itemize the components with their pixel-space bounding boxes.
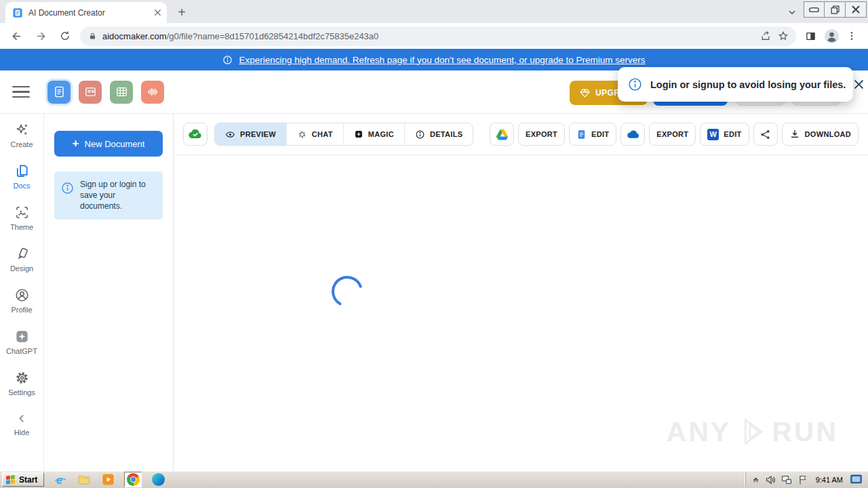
signup-note: Sign up or login to save your documents.	[54, 171, 163, 220]
file-explorer-folder-icon[interactable]	[77, 472, 92, 487]
rail-label: Settings	[8, 388, 35, 396]
hamburger-menu-icon[interactable]	[12, 86, 30, 98]
info-icon	[415, 129, 425, 140]
google-drive-button[interactable]	[490, 123, 514, 146]
volume-icon[interactable]	[765, 474, 776, 485]
rail-item-theme[interactable]: Theme	[0, 205, 43, 231]
bookmark-star-icon[interactable]	[777, 30, 789, 42]
view-tabs: PREVIEW CHAT MAGIC DETAILS	[214, 123, 473, 146]
new-document-label: New Document	[85, 139, 145, 149]
profile-avatar[interactable]	[824, 28, 840, 44]
audio-app-tile[interactable]	[141, 81, 164, 104]
left-rail: Create Docs Theme Design Profile ChatGPT	[0, 114, 44, 471]
browser-tab-strip: AI Document Creator +	[0, 0, 868, 23]
cloud-check-icon	[188, 127, 203, 142]
google-drive-icon	[495, 127, 509, 142]
banner-link[interactable]: Experiencing high demand. Refresh page i…	[239, 55, 645, 65]
rail-label: Profile	[11, 306, 32, 314]
login-toast: Login or signup to avoid losing your fil…	[618, 67, 853, 102]
rail-label: Create	[10, 140, 33, 148]
tab-label: DETAILS	[430, 130, 462, 138]
url-host: aidocmaker.com	[102, 31, 167, 41]
tab-details[interactable]: DETAILS	[404, 123, 473, 145]
anyrun-play-logo	[734, 414, 769, 449]
rail-item-profile[interactable]: Profile	[0, 287, 43, 314]
person-circle-icon	[14, 287, 30, 303]
clock[interactable]: 9:41 AM	[814, 476, 845, 484]
documents-icon	[14, 163, 30, 179]
new-document-button[interactable]: + New Document	[54, 131, 163, 157]
new-tab-button[interactable]: +	[172, 3, 191, 22]
tab-chat[interactable]: CHAT	[286, 123, 343, 145]
share-nodes-icon	[760, 129, 771, 140]
share-button[interactable]	[753, 123, 778, 146]
vm-screen: AI Document Creator +	[0, 0, 868, 488]
edge-taskbar-icon[interactable]	[151, 472, 165, 487]
browser-address-bar: aidocmaker.com/g0/file?name=8d15701d6285…	[0, 23, 868, 49]
export-label: EXPORT	[656, 130, 688, 138]
chatgpt-tile-icon	[14, 329, 30, 344]
rail-item-docs[interactable]: Docs	[0, 163, 43, 190]
eye-icon	[225, 129, 235, 140]
tab-label: PREVIEW	[240, 130, 276, 138]
forward-icon[interactable]	[31, 26, 50, 45]
onedrive-icon	[625, 127, 641, 142]
edit-label: EDIT	[591, 130, 609, 138]
side-panel-icon[interactable]	[804, 30, 817, 43]
google-docs-edit-button[interactable]: EDIT	[569, 123, 616, 146]
tables-app-tile[interactable]	[110, 81, 133, 104]
download-icon	[789, 129, 800, 140]
word-edit-button[interactable]: W EDIT	[700, 123, 749, 146]
url-omnibox[interactable]: aidocmaker.com/g0/file?name=8d15701d6285…	[80, 26, 796, 46]
openai-icon	[297, 129, 307, 140]
export-label: EXPORT	[526, 130, 557, 138]
share-icon[interactable]	[760, 30, 772, 42]
document-toolbar: PREVIEW CHAT MAGIC DETAILS	[174, 114, 868, 155]
toast-close-icon[interactable]	[854, 79, 864, 89]
network-icon[interactable]	[781, 474, 792, 485]
chrome-icon	[127, 473, 140, 486]
rail-item-hide[interactable]: Hide	[0, 411, 43, 436]
download-button[interactable]: DOWNLOAD	[782, 123, 859, 146]
browser-tab[interactable]: AI Document Creator	[5, 2, 167, 23]
kebab-menu-icon[interactable]	[846, 30, 857, 41]
slides-app-tile[interactable]	[79, 81, 102, 104]
documents-app-tile[interactable]	[47, 81, 71, 104]
refresh-icon[interactable]	[56, 26, 75, 45]
tab-favicon-document-icon	[12, 7, 23, 18]
show-desktop-icon[interactable]	[850, 474, 862, 485]
window-minimize-button[interactable]	[804, 1, 825, 18]
image-icon	[14, 205, 30, 220]
rail-item-design[interactable]: Design	[0, 246, 43, 272]
window-restore-button[interactable]	[825, 1, 846, 18]
window-close-button[interactable]	[846, 1, 867, 18]
tab-close-icon[interactable]	[154, 9, 161, 16]
rail-item-settings[interactable]: Settings	[0, 370, 43, 396]
tab-preview[interactable]: PREVIEW	[215, 123, 286, 145]
start-label: Start	[19, 475, 37, 485]
flag-icon[interactable]	[797, 474, 808, 485]
anyrun-watermark: ANY RUN	[667, 414, 838, 449]
onedrive-button[interactable]	[620, 123, 645, 146]
windows-logo-icon	[5, 474, 16, 485]
tab-magic[interactable]: MAGIC	[343, 123, 404, 145]
rail-item-chatgpt[interactable]: ChatGPT	[0, 329, 43, 355]
window-controls-area	[787, 0, 868, 23]
tray-expand-icon[interactable]	[752, 476, 760, 483]
back-icon[interactable]	[7, 26, 26, 45]
internet-explorer-icon[interactable]: e	[53, 472, 68, 487]
start-button[interactable]: Start	[2, 472, 44, 487]
chevron-down-icon[interactable]	[787, 7, 797, 17]
download-label: DOWNLOAD	[805, 130, 851, 138]
paint-roller-icon	[14, 246, 30, 262]
chrome-taskbar-icon[interactable]	[124, 472, 142, 487]
plus-icon: +	[73, 137, 79, 150]
saved-cloud-button[interactable]	[183, 123, 208, 146]
rail-item-create[interactable]: Create	[0, 122, 43, 148]
drive-export-button[interactable]: EXPORT	[518, 123, 565, 146]
onedrive-export-button[interactable]: EXPORT	[649, 123, 696, 146]
sparkles-icon	[14, 122, 30, 138]
windows-taskbar: Start e	[0, 471, 868, 488]
media-player-icon[interactable]	[100, 472, 115, 487]
watermark-text-left: ANY	[667, 416, 732, 448]
